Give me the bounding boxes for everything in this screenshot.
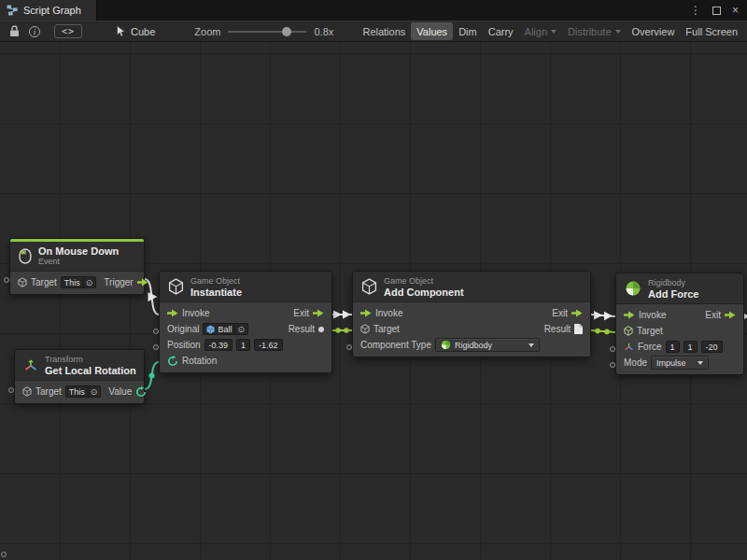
toolbar-button-distribute[interactable]: Distribute xyxy=(562,22,626,40)
toolbar-button-values[interactable]: Values xyxy=(411,22,453,40)
position-edge-port[interactable] xyxy=(153,344,159,350)
node-header: Rigidbody Add Force xyxy=(616,273,743,304)
position-z-input[interactable]: -1.62 xyxy=(254,339,283,351)
result-port-icon[interactable] xyxy=(318,327,324,332)
wire-dot-icon xyxy=(335,328,341,333)
node-add-force[interactable]: Rigidbody Add Force Invoke Exit xyxy=(615,273,744,375)
offscreen-node-edge-port[interactable] xyxy=(1,552,7,557)
port-row: Target xyxy=(616,323,743,339)
wire-dot-icon xyxy=(149,373,155,379)
component-type-port-label: Component Type xyxy=(360,340,431,350)
info-icon[interactable]: i xyxy=(24,23,45,40)
port-row: Target This ⊙ Value xyxy=(15,384,144,399)
close-icon[interactable]: × xyxy=(732,5,739,16)
window-tab[interactable]: Script Graph xyxy=(0,0,97,21)
flow-arrow-icon[interactable] xyxy=(725,311,736,319)
force-x-input[interactable]: 1 xyxy=(666,341,680,353)
toolbar-button-relations[interactable]: Relations xyxy=(357,22,411,40)
lock-icon[interactable] xyxy=(4,23,24,40)
node-add-component[interactable]: Game Object Add Component Invoke Exit xyxy=(352,271,591,357)
target-edge-port[interactable] xyxy=(8,387,14,393)
value-port-label: Value xyxy=(108,386,132,397)
prefab-cube-icon xyxy=(206,325,215,334)
rotation-port-icon[interactable] xyxy=(135,386,147,398)
position-y-input[interactable]: 1 xyxy=(236,339,250,351)
object-picker-icon[interactable]: ⊙ xyxy=(234,325,245,334)
rotation-port-label: Rotation xyxy=(182,356,217,366)
zoom-slider[interactable] xyxy=(228,25,306,38)
original-edge-port[interactable] xyxy=(153,329,159,334)
flow-arrow-icon[interactable] xyxy=(167,309,178,317)
invoke-port-label: Invoke xyxy=(639,310,666,320)
graph-toolbar: i <> Cube Zoom 0.8x Relations Values Dim… xyxy=(0,21,747,42)
port-row: Invoke Exit xyxy=(160,305,331,321)
target-object-field[interactable]: This ⊙ xyxy=(65,385,102,398)
mode-dropdown[interactable]: Impulse xyxy=(651,356,709,370)
original-object-field[interactable]: Ball ⊙ xyxy=(203,323,248,335)
node-title: Instantiate xyxy=(190,287,242,298)
mouse-icon xyxy=(19,248,32,264)
gameobject-icon xyxy=(22,386,32,397)
port-row: Position -0.39 1 -1.62 xyxy=(160,337,331,353)
object-picker-icon[interactable]: ⊙ xyxy=(83,278,93,287)
mode-edge-port[interactable] xyxy=(610,362,615,368)
selection-target[interactable]: Cube xyxy=(116,25,155,37)
object-picker-icon[interactable]: ⊙ xyxy=(88,387,98,397)
port-row: Force 1 1 -20 xyxy=(616,339,743,355)
toolbar-button-dim[interactable]: Dim xyxy=(453,22,483,40)
menu-icon[interactable]: ⋮ xyxy=(690,5,701,16)
flow-arrow-icon[interactable] xyxy=(624,311,635,319)
toolbar-button-carry[interactable]: Carry xyxy=(483,22,519,40)
force-edge-port[interactable] xyxy=(610,346,615,352)
flow-arrow-icon[interactable] xyxy=(313,309,324,317)
toolbar-button-align[interactable]: Align xyxy=(519,22,562,40)
force-y-input[interactable]: 1 xyxy=(684,341,698,353)
position-port-label: Position xyxy=(167,340,201,350)
position-x-input[interactable]: -0.39 xyxy=(204,339,233,351)
wire-result-to-target-2[interactable] xyxy=(591,330,615,332)
rotation-port-icon[interactable] xyxy=(167,356,178,367)
toolbar-button-fullscreen[interactable]: Full Screen xyxy=(680,22,743,40)
target-edge-port[interactable] xyxy=(4,277,9,283)
zoom-slider-handle[interactable] xyxy=(282,27,291,36)
trigger-port-label: Trigger xyxy=(104,277,133,287)
flow-arrow-icon[interactable] xyxy=(137,278,148,287)
script-graph-icon xyxy=(7,5,18,16)
target-port-label: Target xyxy=(637,326,663,336)
node-instantiate[interactable]: Game Object Instantiate Invoke Exit xyxy=(159,271,332,373)
target-port-label: Target xyxy=(374,324,400,334)
flow-arrow-icon[interactable] xyxy=(571,309,583,317)
code-icon[interactable]: <> xyxy=(54,24,82,38)
transform-icon xyxy=(23,358,38,372)
node-category: Transform xyxy=(45,355,136,365)
target-port-label: Target xyxy=(31,277,57,287)
chevron-down-icon xyxy=(698,361,703,365)
target-port-label: Target xyxy=(35,386,62,397)
wire-arrow-icon xyxy=(333,311,342,319)
rigidbody-icon xyxy=(441,340,451,350)
toolbar-button-overview[interactable]: Overview xyxy=(627,22,681,40)
node-header: Transform Get Local Rotation xyxy=(15,350,144,381)
wire-arrow-icon xyxy=(343,311,351,319)
node-on-mouse-down[interactable]: On Mouse Down Event Target This ⊙ xyxy=(9,238,145,295)
component-page-icon[interactable] xyxy=(574,324,583,334)
invoke-port-label: Invoke xyxy=(375,308,402,318)
invoke-port-label: Invoke xyxy=(182,308,209,318)
target-object-field[interactable]: This ⊙ xyxy=(61,276,97,288)
vector-icon xyxy=(624,342,634,352)
selection-target-label: Cube xyxy=(131,26,155,37)
maximize-icon[interactable] xyxy=(712,7,721,15)
node-header: Game Object Add Component xyxy=(353,272,590,302)
port-row: Invoke Exit xyxy=(616,307,743,323)
gameobject-cube-icon xyxy=(168,278,184,295)
wire-dot-icon xyxy=(604,329,610,335)
wire-dot-icon xyxy=(344,328,349,333)
flow-arrow-icon[interactable] xyxy=(360,309,372,317)
wire-arrow-icon xyxy=(594,311,602,320)
component-type-edge-port[interactable] xyxy=(346,344,352,350)
graph-canvas[interactable]: On Mouse Down Event Target This ⊙ xyxy=(0,42,747,560)
node-get-local-rotation[interactable]: Transform Get Local Rotation Target This… xyxy=(14,349,145,404)
gameobject-icon xyxy=(624,326,633,336)
component-type-dropdown[interactable]: Rigidbody xyxy=(435,338,540,352)
force-z-input[interactable]: -20 xyxy=(701,341,723,353)
